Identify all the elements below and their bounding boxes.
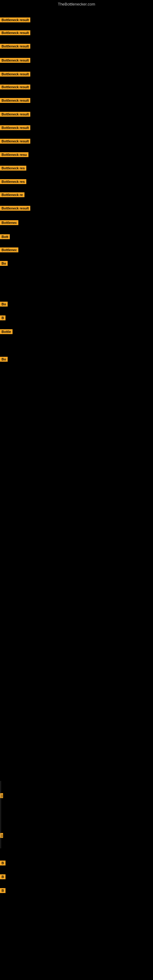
- bottleneck-badge-8: Bottleneck result: [0, 125, 30, 130]
- bottleneck-badge-17: Bottlenec: [0, 247, 18, 252]
- bottleneck-badge-1: Bottleneck result: [0, 30, 30, 35]
- bottleneck-badge-12: Bottleneck res: [0, 179, 26, 184]
- bottleneck-badge-9: Bottleneck result: [0, 139, 30, 144]
- bottleneck-badge-15: Bottlenec: [0, 220, 18, 225]
- bottleneck-badge-10: Bottleneck resu: [0, 152, 29, 157]
- bottleneck-badge-0: Bottleneck result: [0, 18, 30, 22]
- bottleneck-badge-25: B: [0, 861, 5, 865]
- bottleneck-badge-20: B: [0, 315, 5, 320]
- site-title: TheBottlenecker.com: [0, 1, 153, 8]
- bottleneck-badge-14: Bottleneck result: [0, 206, 30, 211]
- bottleneck-badge-6: Bottleneck result: [0, 98, 30, 103]
- bottleneck-badge-27: B: [0, 888, 5, 893]
- bottleneck-badge-16: Bott: [0, 234, 10, 239]
- bottleneck-badge-5: Bottleneck result: [0, 84, 30, 89]
- bottleneck-badge-3: Bottleneck result: [0, 58, 30, 63]
- bottleneck-badge-11: Bottleneck res: [0, 166, 26, 170]
- bottleneck-badge-7: Bottleneck result: [0, 112, 30, 117]
- bottleneck-badge-13: Bottleneck re: [0, 192, 24, 197]
- bottleneck-badge-22: Bo: [0, 357, 8, 362]
- bottleneck-badge-26: B: [0, 874, 5, 879]
- bottleneck-badge-4: Bottleneck result: [0, 72, 30, 76]
- bottleneck-badge-18: Bo: [0, 261, 8, 266]
- bottleneck-badge-21: Bottle: [0, 329, 13, 334]
- bottleneck-badge-19: Bo: [0, 302, 8, 307]
- bottleneck-badge-2: Bottleneck result: [0, 44, 30, 49]
